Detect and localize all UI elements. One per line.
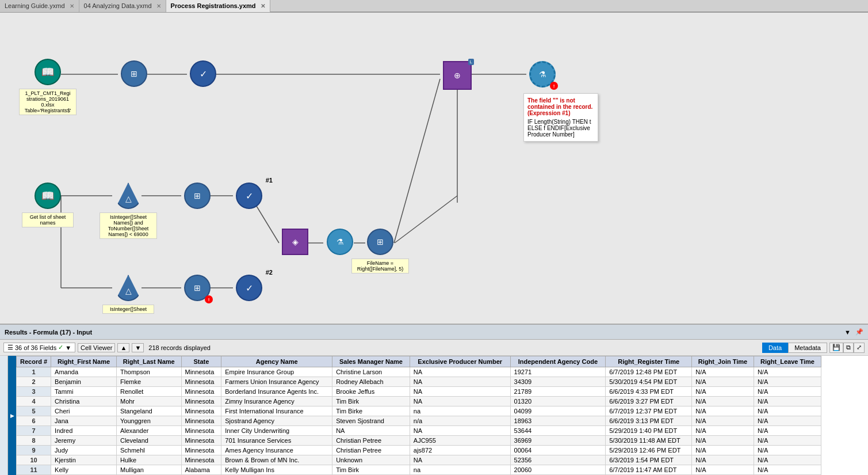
cell-join-time: N/A [692, 367, 754, 377]
node-sort1[interactable]: ⊞ [121, 60, 147, 87]
cell-agency: Ames Agency Insurance [221, 446, 332, 455]
cell-ind-agency: 18963 [510, 416, 606, 426]
cell-leave-time: N/A [754, 416, 821, 426]
cell-record-num: 7 [17, 426, 51, 436]
cell-viewer-btn[interactable]: Cell Viewer [78, 343, 115, 352]
pin-icon[interactable]: 📌 [855, 328, 863, 336]
error-title: The field "" is not contained in the rec… [527, 97, 594, 116]
cell-agency: Farmers Union Insurance Agency [221, 377, 332, 387]
cell-leave-time: N/A [754, 436, 821, 446]
results-header: Results - Formula (17) - Input ▼ 📌 [0, 325, 868, 340]
cell-last-name: Younggren [116, 416, 181, 426]
node-input2[interactable]: 📖 Get list of sheet names [35, 183, 61, 209]
node-filter2[interactable]: △ IsInteger([Sheet Names]) and ToNumber(… [115, 183, 142, 209]
cell-first-name: Christina [51, 397, 117, 406]
cell-agency: Borderland Insurance Agents Inc. [221, 387, 332, 397]
node-filter3[interactable]: △ IsInteger([Sheet [115, 275, 142, 301]
cell-ind-agency: 01320 [510, 397, 606, 406]
cell-reg-time: 6/7/2019 12:37 PM EDT [606, 406, 692, 416]
cell-state: Alabama [181, 465, 221, 475]
cell-leave-time: N/A [754, 367, 821, 377]
node-formula1[interactable]: ⚗ ! [529, 61, 556, 88]
cell-leave-time: N/A [754, 406, 821, 416]
cell-state: Minnesota [181, 397, 221, 406]
col-leave-time: Right_Leave Time [754, 356, 821, 367]
tab-learning[interactable]: Learning Guide.yxmd ✕ [0, 0, 79, 12]
node-output[interactable]: ⊞ FileName = Right([FileName], 5) [367, 229, 393, 255]
cell-reg-time: 5/29/2019 12:46 PM EDT [606, 446, 692, 455]
cell-leave-time: N/A [754, 465, 821, 475]
cell-excl-prod: AJC955 [410, 436, 510, 446]
cell-join-time: N/A [692, 397, 754, 406]
cell-state: Minnesota [181, 455, 221, 465]
node-sort2[interactable]: ⊞ [184, 183, 211, 209]
node-check3[interactable]: ✓ #2 [236, 275, 262, 301]
cell-agency: Inner City Underwriting [221, 426, 332, 436]
cell-sales-mgr: Tim Birk [332, 465, 410, 475]
table-row: 6 Jana Younggren Minnesota Sjostrand Age… [17, 416, 821, 426]
cell-leave-time: N/A [754, 455, 821, 465]
table-header-row: Record # Right_First Name Right_Last Nam… [17, 356, 821, 367]
cell-excl-prod: NA [410, 455, 510, 465]
cell-agency: Kelly Mulligan Ins [221, 465, 332, 475]
tab-analyzing-close[interactable]: ✕ [156, 3, 161, 9]
copy-results-btn[interactable]: ⧉ [843, 343, 854, 353]
collapse-icon[interactable]: ▼ [844, 329, 851, 336]
expand-results-btn[interactable]: ⤢ [854, 343, 865, 353]
cell-excl-prod: na [410, 465, 510, 475]
tab-analyzing-label: 04 Analyzing Data.yxmd [84, 2, 152, 9]
cell-agency: Empire Insurance Group [221, 367, 332, 377]
cell-last-name: Alexander [116, 426, 181, 436]
cell-join-time: N/A [692, 377, 754, 387]
cell-record-num: 1 [17, 367, 51, 377]
table-row: 1 Amanda Thompson Minnesota Empire Insur… [17, 367, 821, 377]
cell-ind-agency: 36969 [510, 436, 606, 446]
tab-process-close[interactable]: ✕ [261, 3, 265, 9]
metadata-tab-btn[interactable]: Metadata [788, 343, 827, 353]
node-blob[interactable]: ⚗ [327, 229, 353, 255]
save-results-btn[interactable]: 💾 [829, 343, 843, 353]
cell-agency: Sjostrand Agency [221, 416, 332, 426]
cell-join-time: N/A [692, 465, 754, 475]
cell-sales-mgr: Brooke Jeffus [332, 387, 410, 397]
results-table: Record # Right_First Name Right_Last Nam… [16, 356, 821, 475]
cell-join-time: N/A [692, 436, 754, 446]
cell-reg-time: 6/6/2019 4:33 PM EDT [606, 387, 692, 397]
cell-state: Minnesota [181, 387, 221, 397]
cell-sales-mgr: Unknown [332, 455, 410, 465]
cell-join-time: N/A [692, 455, 754, 465]
node-union1[interactable]: ⊕ L [443, 61, 472, 90]
prev-btn[interactable]: ▲ [117, 343, 129, 352]
col-agency: Agency Name [221, 356, 332, 367]
table-row: 5 Cheri Stangeland Minnesota First Inter… [17, 406, 821, 416]
fields-count: 36 of 36 Fields [15, 344, 56, 351]
node-sort3[interactable]: ⊞ ! [184, 275, 211, 301]
data-tab-btn[interactable]: Data [762, 343, 788, 353]
node-input1[interactable]: 📖 1_PLT_CMT1_Registrations_20190610.xlsx… [35, 59, 61, 85]
cell-sales-mgr: Christian Petree [332, 446, 410, 455]
results-table-wrap[interactable]: Record # Right_First Name Right_Last Nam… [16, 356, 868, 475]
cell-leave-time: N/A [754, 387, 821, 397]
tab-bar: Learning Guide.yxmd ✕ 04 Analyzing Data.… [0, 0, 868, 13]
results-header-title: Results - Formula (17) - Input [5, 329, 92, 336]
cell-excl-prod: NA [410, 426, 510, 436]
cell-join-time: N/A [692, 416, 754, 426]
next-btn[interactable]: ▼ [132, 343, 144, 352]
cell-reg-time: 5/29/2019 1:40 PM EDT [606, 426, 692, 436]
cell-sales-mgr: Christine Larson [332, 367, 410, 377]
node-dynamic[interactable]: ◈ [282, 229, 308, 255]
cell-sales-mgr: Christian Petree [332, 436, 410, 446]
cell-state: Minnesota [181, 436, 221, 446]
col-ind-agency: Independent Agency Code [510, 356, 606, 367]
table-row: 7 Indred Alexander Minnesota Inner City … [17, 426, 821, 436]
node-check2[interactable]: ✓ #1 [236, 183, 262, 209]
cell-join-time: N/A [692, 406, 754, 416]
tab-learning-close[interactable]: ✕ [70, 3, 74, 9]
tab-process[interactable]: Process Registrations.yxmd ✕ [166, 0, 270, 12]
tab-analyzing[interactable]: 04 Analyzing Data.yxmd ✕ [79, 0, 166, 12]
cell-ind-agency: 20060 [510, 465, 606, 475]
run-play-btn[interactable]: ▶ [8, 356, 16, 475]
fields-dropdown[interactable]: ▼ [65, 344, 71, 351]
results-tbody: 1 Amanda Thompson Minnesota Empire Insur… [17, 367, 821, 475]
node-check1[interactable]: ✓ [190, 60, 216, 87]
